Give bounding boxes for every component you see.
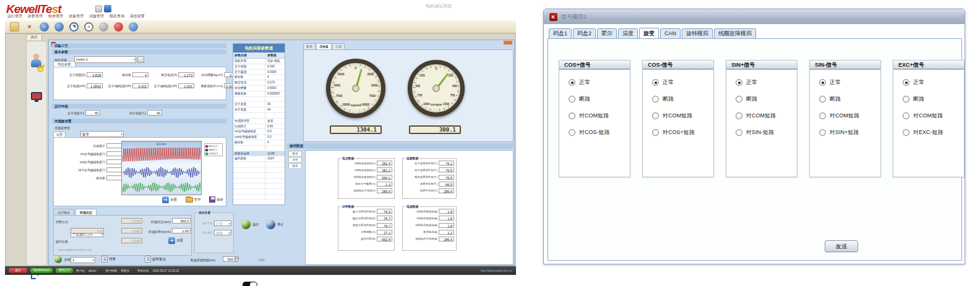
table-row[interactable]: 摩擦系数 0.000500 xyxy=(233,91,285,97)
jog-button[interactable] xyxy=(54,256,62,263)
send-button[interactable]: 发送 xyxy=(825,240,858,252)
table-row[interactable]: 定子温度 40 xyxy=(233,102,285,107)
signal-option[interactable]: 正常 xyxy=(819,78,880,86)
speed-set-input[interactable]: 300.0 xyxy=(172,218,191,224)
table-row[interactable]: 传感器类型 旋变 xyxy=(233,119,285,124)
radio-icon[interactable] xyxy=(652,112,659,119)
user-key-icon[interactable] xyxy=(30,54,44,69)
table-row[interactable]: cos信号偏移角度 0.0 xyxy=(233,135,285,140)
signal-sim-titlebar[interactable]: K 信号模拟1 xyxy=(544,9,965,24)
radio-icon[interactable] xyxy=(652,79,659,86)
param-input[interactable]: 1.273 xyxy=(178,72,194,77)
table-row[interactable] xyxy=(233,195,285,200)
table-row[interactable]: 定子电阻 0.020 xyxy=(233,64,285,70)
signal-option[interactable]: 对EXC-短路 xyxy=(903,128,964,137)
signal-option[interactable]: 对COM短路 xyxy=(736,112,797,120)
globe-blue-icon[interactable] xyxy=(129,22,138,32)
param-input[interactable]: 1.0800 xyxy=(87,83,103,88)
table-row[interactable] xyxy=(233,113,285,119)
gauge-tab[interactable]: 工况 xyxy=(332,43,345,49)
env-input[interactable]: 40 xyxy=(147,110,162,116)
table-row[interactable]: 极对数 4 xyxy=(233,140,285,146)
signal-option[interactable]: 断路 xyxy=(903,95,964,103)
table-row[interactable]: 比例因子 0.60 xyxy=(233,124,285,130)
new-file-icon[interactable] xyxy=(10,22,19,32)
radio-icon[interactable] xyxy=(652,129,659,136)
results-mini-tab[interactable]: 报表 xyxy=(288,163,302,168)
menu-item[interactable]: 运行管理 xyxy=(7,14,22,19)
radio-icon[interactable] xyxy=(736,129,742,136)
command-select[interactable]: 连续 xyxy=(214,230,231,235)
signal-option[interactable]: 正常 xyxy=(652,78,713,86)
param-input[interactable]: 1.001 xyxy=(178,83,194,88)
radio-icon[interactable] xyxy=(736,112,742,119)
menu-item[interactable]: 参数管理 xyxy=(28,14,43,19)
sensor-type-select[interactable]: 旋变 xyxy=(80,131,124,137)
signal-option[interactable]: 正常 xyxy=(736,78,797,86)
stop-icon[interactable] xyxy=(114,22,123,32)
table-row[interactable] xyxy=(233,146,285,151)
gauge-tab[interactable]: 状态 xyxy=(303,43,316,49)
signal-option[interactable]: 对COM短路 xyxy=(819,112,880,120)
signal-option[interactable]: 对SIN-短路 xyxy=(736,128,797,137)
slope-input[interactable]: 1.00 xyxy=(172,228,191,233)
start-button[interactable] xyxy=(241,220,251,229)
radio-icon[interactable] xyxy=(569,79,575,86)
sensor-settings-tab[interactable]: 设置 xyxy=(53,132,66,137)
results-mini-tab[interactable]: 数据 xyxy=(288,151,302,156)
table-row[interactable]: 转子温度 40 xyxy=(233,107,285,113)
menu-item[interactable]: 校准管理 xyxy=(48,14,63,19)
signal-option[interactable]: 对COS-短路 xyxy=(569,128,630,137)
signal-option[interactable]: 正常 xyxy=(903,78,964,86)
radio-icon[interactable] xyxy=(903,96,909,103)
signal-option[interactable]: 对COM短路 xyxy=(903,112,964,120)
signal-option[interactable]: 断路 xyxy=(736,95,797,103)
back-icon[interactable]: − xyxy=(40,22,49,32)
table-row[interactable] xyxy=(233,189,285,195)
radio-icon[interactable] xyxy=(652,96,659,103)
menu-item[interactable]: 试验管理 xyxy=(89,14,104,19)
workspace-tab-debug[interactable]: 调试 xyxy=(26,34,42,40)
radio-icon[interactable] xyxy=(819,129,826,136)
apply-button[interactable]: ➜ 设置 xyxy=(168,237,183,244)
table-row[interactable] xyxy=(233,97,285,103)
stop-button[interactable] xyxy=(266,220,275,229)
signal-option[interactable]: 对COS+短路 xyxy=(652,128,713,137)
param-input[interactable]: 0.001 xyxy=(132,83,148,88)
chart-settings-button[interactable]: ➜ 设置 xyxy=(162,196,177,203)
radio-icon[interactable] xyxy=(903,112,909,119)
store-period-spinner[interactable]: ▲▼ xyxy=(235,256,238,262)
run-tab-mode[interactable]: 运行模式 xyxy=(53,209,74,215)
table-row[interactable]: 极对数 4 xyxy=(233,75,285,80)
env-input[interactable]: 40 xyxy=(85,110,100,116)
gauge-tab[interactable]: 仪表盘 xyxy=(316,43,332,49)
delete-icon[interactable]: ✕ xyxy=(25,22,34,32)
radio-icon[interactable] xyxy=(819,79,826,86)
menu-item[interactable]: 设备管理 xyxy=(69,14,84,19)
command-select[interactable]: 正转 xyxy=(214,221,231,226)
table-row[interactable]: 转动惯量 0.5000 xyxy=(233,86,285,91)
store-period-input[interactable]: 500 xyxy=(223,256,235,262)
table-row[interactable]: 编码器数 1024 xyxy=(233,156,285,162)
motor-select[interactable]: motor-1 xyxy=(74,56,136,63)
table-row[interactable] xyxy=(233,162,285,167)
signal-option[interactable]: 断路 xyxy=(652,95,713,103)
table-row[interactable]: 电机类型 同步 电机 xyxy=(233,59,285,64)
search-icon[interactable]: ⌀ xyxy=(84,22,93,32)
radio-icon[interactable] xyxy=(569,129,575,136)
table-row[interactable] xyxy=(233,167,285,173)
signal-option[interactable]: 对COM短路 xyxy=(652,112,713,120)
radio-icon[interactable] xyxy=(569,112,575,119)
menu-item[interactable]: 报表查询 xyxy=(110,14,124,19)
radio-icon[interactable] xyxy=(569,96,575,103)
table-row[interactable]: 参数表选择 全1M xyxy=(233,151,285,157)
record-toggle[interactable] xyxy=(243,282,257,286)
globe-gray-icon[interactable] xyxy=(99,22,108,32)
radio-icon[interactable] xyxy=(736,96,742,103)
chart-open-button[interactable]: 打开 xyxy=(186,197,201,203)
run-tab-speed[interactable]: 转速设定 xyxy=(75,209,97,215)
signal-option[interactable]: 正常 xyxy=(569,78,630,86)
results-mini-tab[interactable]: 波形 xyxy=(288,157,302,162)
monitor-icon[interactable] xyxy=(31,92,42,100)
motor-select-browse-button[interactable] xyxy=(137,56,144,63)
